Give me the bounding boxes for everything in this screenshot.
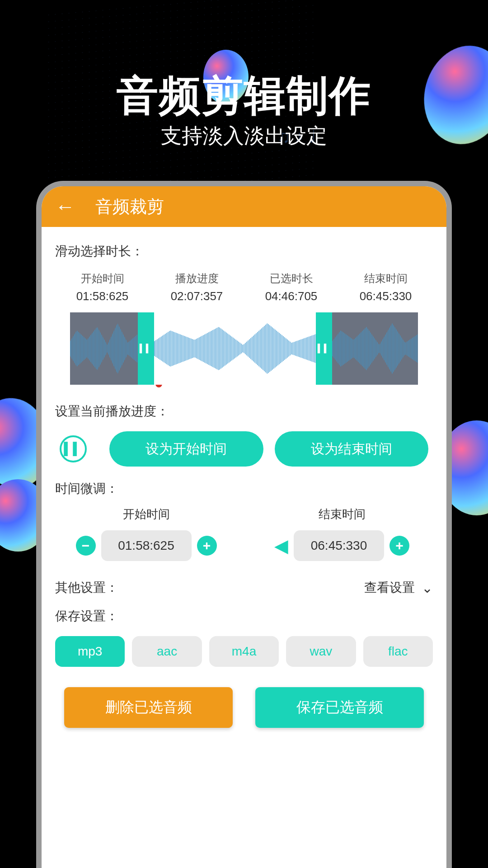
start-decrement-button[interactable]: − [76,536,96,556]
fine-tune-row: 开始时间 − 01:58:625 + 结束时间 ◀ 06:45:330 + [55,506,433,561]
waveform-editor[interactable]: ▍▍ ▍▍ [70,312,418,385]
left-trim-handle[interactable]: ▍▍ [138,312,154,385]
content-area: 滑动选择时长： 开始时间 01:58:625 播放进度 02:07:357 已选… [42,227,446,739]
end-increment-button[interactable]: + [389,536,409,556]
start-time-label: 开始时间 [55,271,150,286]
format-mp3-chip[interactable]: mp3 [55,636,125,667]
fine-tune-section-label: 时间微调： [55,480,433,497]
format-wav-chip[interactable]: wav [286,636,356,667]
right-trim-handle[interactable]: ▍▍ [316,312,332,385]
phone-frame: ← 音频裁剪 滑动选择时长： 开始时间 01:58:625 播放进度 02:07… [36,181,452,868]
end-stepper-value: 06:45:330 [294,530,384,561]
pause-icon: ▍▍ [64,442,82,456]
end-time-col: 结束时间 06:45:330 [338,271,433,303]
set-time-button-row: ▍▍ 设为开始时间 设为结束时间 [60,431,428,467]
hero-subtitle: 支持淡入淡出设定 [0,122,488,150]
set-end-button[interactable]: 设为结束时间 [275,431,429,467]
end-prev-arrow-icon[interactable]: ◀ [274,535,288,556]
start-time-col: 开始时间 01:58:625 [55,271,150,303]
other-settings-label: 其他设置： [55,579,118,596]
fine-tune-end-group: 结束时间 ◀ 06:45:330 + [251,506,433,561]
format-flac-chip[interactable]: flac [363,636,433,667]
start-increment-button[interactable]: + [197,536,217,556]
view-settings-text: 查看设置 [364,579,415,596]
start-time-value: 01:58:625 [55,289,150,303]
start-time-stepper: − 01:58:625 + [55,530,237,561]
action-button-row: 删除已选音频 保存已选音频 [64,687,424,728]
delete-button[interactable]: 删除已选音频 [64,687,233,728]
slide-select-label: 滑动选择时长： [55,243,433,260]
end-time-label: 结束时间 [338,271,433,286]
fine-tune-end-label: 结束时间 [251,506,433,522]
progress-time-col: 播放进度 02:07:357 [150,271,244,303]
format-m4a-chip[interactable]: m4a [209,636,279,667]
selected-time-value: 04:46:705 [244,289,338,303]
start-stepper-value: 01:58:625 [101,530,192,561]
view-settings-link[interactable]: 查看设置 ⌄ [364,579,433,596]
hero-title: 音频剪辑制作 [0,68,488,124]
format-aac-chip[interactable]: aac [132,636,202,667]
format-selector-row: mp3 aac m4a wav flac [55,636,433,667]
pause-button[interactable]: ▍▍ [60,435,87,462]
progress-time-value: 02:07:357 [150,289,244,303]
chevron-down-icon: ⌄ [422,580,433,596]
save-button[interactable]: 保存已选音频 [255,687,424,728]
selected-time-label: 已选时长 [244,271,338,286]
end-time-value: 06:45:330 [338,289,433,303]
fine-tune-start-label: 开始时间 [55,506,237,522]
time-info-row: 开始时间 01:58:625 播放进度 02:07:357 已选时长 04:46… [55,271,433,303]
end-time-stepper: ◀ 06:45:330 + [251,530,433,561]
save-settings-label: 保存设置： [55,608,433,625]
progress-time-label: 播放进度 [150,271,244,286]
progress-section-label: 设置当前播放进度： [55,403,433,420]
back-arrow-icon[interactable]: ← [55,195,75,218]
set-start-button[interactable]: 设为开始时间 [109,431,263,467]
app-title: 音频裁剪 [95,195,164,218]
phone-screen: ← 音频裁剪 滑动选择时长： 开始时间 01:58:625 播放进度 02:07… [42,186,446,868]
other-settings-row: 其他设置： 查看设置 ⌄ [55,579,433,596]
selected-time-col: 已选时长 04:46:705 [244,271,338,303]
fine-tune-start-group: 开始时间 − 01:58:625 + [55,506,237,561]
app-header: ← 音频裁剪 [42,186,446,227]
